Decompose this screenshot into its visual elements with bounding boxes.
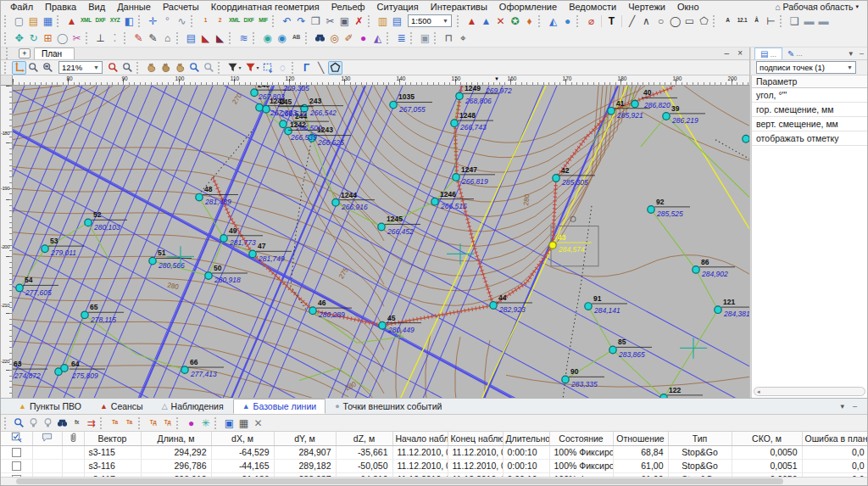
select-lasso-icon[interactable]: ◌ xyxy=(275,61,290,75)
toolbar-grip[interactable] xyxy=(272,15,277,27)
select-all-header[interactable] xyxy=(1,432,32,445)
minimize-view-button[interactable]: – xyxy=(725,48,730,58)
cell-dY, м[interactable]: 284,907 xyxy=(274,445,336,459)
toolbar-grip[interactable] xyxy=(57,15,62,27)
station-2-icon[interactable]: 2 xyxy=(213,14,227,28)
zoom-combobox[interactable]: 121%▼ xyxy=(58,61,103,74)
copy-icon[interactable]: ❐ xyxy=(309,14,323,28)
paste-icon[interactable]: ▣ xyxy=(337,14,352,28)
point-labels-dropdown[interactable]: подписи точек (1) ▼ xyxy=(756,61,856,74)
table-row[interactable]: s3-115294,292-64,529284,907-35,66111.12.… xyxy=(1,445,867,459)
tin-surface-icon[interactable]: ◭ xyxy=(370,31,385,45)
menu-Ситуация[interactable]: Ситуация xyxy=(371,2,425,12)
capture-polygon-icon[interactable] xyxy=(328,61,342,75)
pan-hand-icon[interactable] xyxy=(144,61,159,75)
cell-dZ, м[interactable]: -35,661 xyxy=(336,445,392,459)
ball-magenta-icon[interactable]: ● xyxy=(184,416,198,430)
cut-icon[interactable]: ✂ xyxy=(323,14,337,28)
map-drawing[interactable]: 280275280270280270269,305269,97252280,10… xyxy=(13,86,749,398)
menu-Координатная геометрия[interactable]: Координатная геометрия xyxy=(205,2,326,12)
move-tool-icon[interactable]: ✥ xyxy=(12,31,26,45)
filter-icon[interactable]: ▾ xyxy=(225,61,243,75)
table-columns-icon[interactable]: ▦ xyxy=(236,416,251,430)
column-header-Длительность наблюдений[interactable]: Длительность наблюдений xyxy=(503,432,549,445)
export-mif-icon[interactable]: MIF xyxy=(256,14,270,28)
station-b1-icon[interactable]: Тд xyxy=(146,416,160,430)
net-route-icon[interactable]: ✳ xyxy=(198,416,213,430)
map-view[interactable]: 8090100110120130140150160170180190200▼ -… xyxy=(1,75,749,398)
journal-icon[interactable]: ▤ xyxy=(184,31,198,45)
toolbar-grip[interactable] xyxy=(253,32,258,44)
column-header-Отношение[interactable]: Отношение xyxy=(613,432,668,445)
point-blue-icon[interactable]: ▲ xyxy=(479,14,493,28)
cell-СКО, м[interactable]: 0,0050 xyxy=(732,445,802,459)
cut-color-icon[interactable]: ✂ xyxy=(70,31,84,45)
globe-pencil-icon[interactable]: ◉ xyxy=(275,31,289,45)
search-objects-icon[interactable]: ◎ xyxy=(327,31,342,45)
row-checkbox[interactable] xyxy=(12,448,21,457)
toolbar-grip[interactable] xyxy=(305,32,310,44)
bulb-on-icon[interactable] xyxy=(26,416,41,430)
map-canvas[interactable]: 280275280270280270269,305269,97252280,10… xyxy=(13,86,749,398)
text-tool-icon[interactable]: T xyxy=(604,14,619,28)
cell-Состояние[interactable]: 100% Фиксиро... xyxy=(549,459,613,472)
toolbar-grip[interactable] xyxy=(713,15,718,27)
cell-Ошибка в плане[interactable]: 0,0 xyxy=(802,459,867,472)
draw-polyline-icon[interactable]: ╱ xyxy=(625,14,639,28)
toolbar-grip[interactable] xyxy=(136,62,142,74)
properties-tab[interactable]: ▤ ... xyxy=(754,47,782,59)
toolbar-grip[interactable] xyxy=(434,32,439,44)
select-rect-icon[interactable] xyxy=(261,61,275,75)
net-cross-icon[interactable]: ✕ xyxy=(493,14,508,28)
draw-rect-icon[interactable]: ▭ xyxy=(682,14,697,28)
point-dots-icon[interactable]: ⁚ xyxy=(108,31,122,45)
column-header-dZ, м[interactable]: dZ, м xyxy=(336,432,392,445)
toolbar-grip[interactable] xyxy=(538,15,543,27)
label-section-icon[interactable]: ⊢ xyxy=(764,14,778,28)
toolbar-grip[interactable] xyxy=(4,32,9,44)
cell-Длительность наблюдений[interactable]: 0:00:10 xyxy=(503,459,549,472)
draw-ellipse-icon[interactable]: ○ xyxy=(654,14,668,28)
cell-СКО, м[interactable]: 0,0051 xyxy=(732,459,802,472)
relief-icon[interactable]: ◭ xyxy=(546,14,560,28)
toolbar-grip[interactable] xyxy=(457,15,462,27)
toolbar-grip[interactable] xyxy=(138,15,143,27)
undo-icon[interactable]: ↶ xyxy=(280,14,294,28)
cell-Конец наблюдений[interactable]: 11.12.2010, 09:3... xyxy=(448,445,503,459)
toolbar-grip[interactable] xyxy=(176,417,181,429)
toolbar-grip[interactable] xyxy=(229,32,234,44)
toolbar-grip[interactable] xyxy=(4,62,9,74)
menu-Оформление[interactable]: Оформление xyxy=(493,2,563,12)
pencil-black-icon[interactable]: ✎ xyxy=(146,31,160,45)
import-screen-icon[interactable]: ◧ xyxy=(122,14,136,28)
column-header-Длина, м[interactable]: Длина, м xyxy=(141,432,211,445)
tab-Пункты ПВО[interactable]: ▲Пункты ПВО xyxy=(9,399,91,414)
row-comment-cell[interactable] xyxy=(32,445,62,459)
toolbar-grip[interactable] xyxy=(292,62,297,74)
pencil-measure-icon[interactable]: ✐ xyxy=(342,31,356,45)
toolbar-grip[interactable] xyxy=(4,15,9,27)
zoom-out-red-icon[interactable] xyxy=(106,61,120,75)
balloon-icon[interactable]: ❑ xyxy=(787,14,802,28)
menu-Ведомости[interactable]: Ведомости xyxy=(563,2,622,12)
compass-icon[interactable]: ✪ xyxy=(508,14,522,28)
database-icon[interactable]: ≣ xyxy=(394,31,409,45)
column-header-Начало наблюдений[interactable]: Начало наблюдений xyxy=(392,432,448,445)
menu-Вид[interactable]: Вид xyxy=(82,2,111,12)
sphere-icon[interactable]: ● xyxy=(560,14,575,28)
column-header-СКО, м[interactable]: СКО, м xyxy=(732,432,802,445)
flag-dark-icon[interactable]: ◣ xyxy=(213,31,227,45)
column-header-dX, м[interactable]: dX, м xyxy=(211,432,274,445)
bottom-menu-caret-icon[interactable]: ▾ xyxy=(840,402,844,411)
column-header-Состояние[interactable]: Состояние xyxy=(549,432,613,445)
report-sheet-icon[interactable]: ▥ xyxy=(376,14,390,28)
row-attachment-cell[interactable] xyxy=(62,459,84,472)
pencil-red-icon[interactable]: ✎ xyxy=(131,31,146,45)
open-file-icon[interactable]: ▤ xyxy=(26,14,41,28)
import-xml-icon[interactable]: XML xyxy=(79,14,93,28)
scale-combobox[interactable]: 1:500▼ xyxy=(408,14,452,27)
zoom-frame-icon[interactable] xyxy=(41,61,55,75)
snap-line-icon[interactable]: ╲ xyxy=(314,61,328,75)
toolbar-grip[interactable] xyxy=(214,417,220,429)
cell-Ошибка в плане[interactable]: 0,0 xyxy=(802,445,867,459)
